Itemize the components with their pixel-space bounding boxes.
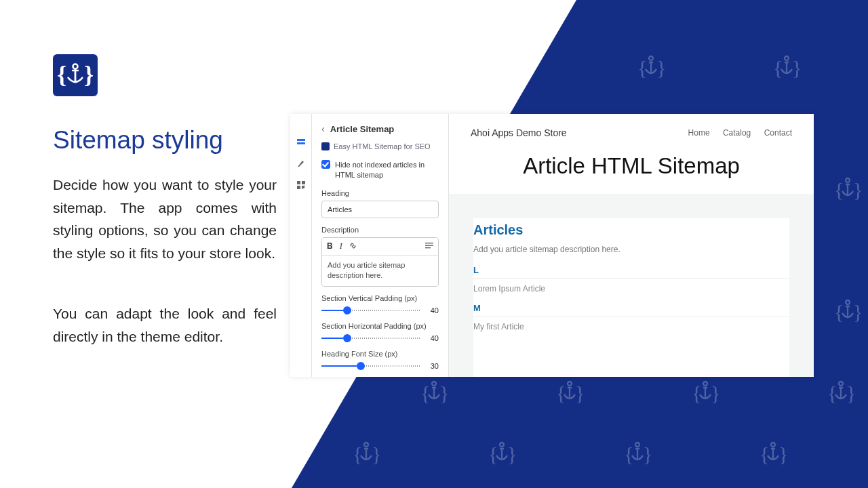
- marketing-paragraph-1: Decide how you want to style your sitema…: [53, 174, 277, 264]
- pattern-icon: [420, 380, 448, 409]
- pattern-icon: [488, 441, 515, 470]
- svg-point-5: [73, 64, 78, 69]
- nav-contact[interactable]: Contact: [764, 128, 792, 138]
- page-title: Sitemap styling: [53, 126, 277, 155]
- divider: [473, 316, 789, 317]
- pattern-icon: [353, 441, 380, 470]
- hfs-slider[interactable]: 30: [321, 361, 439, 371]
- pattern-icon: [624, 441, 651, 470]
- article-link[interactable]: Lorem Ipsum Article: [473, 284, 789, 293]
- back-chevron-icon[interactable]: ‹: [321, 123, 325, 134]
- app-mockup: ‹ Article Sitemap Easy HTML Sitemap for …: [290, 114, 814, 377]
- preview-page-title: Article HTML Sitemap: [449, 149, 814, 194]
- app-name-label: Easy HTML Sitemap for SEO: [334, 142, 431, 150]
- article-link[interactable]: My first Article: [473, 322, 789, 331]
- svg-text:{: {: [57, 61, 66, 88]
- svp-label: Section Vertical Padding (px): [321, 294, 439, 302]
- heading-label: Heading: [321, 189, 439, 197]
- description-body[interactable]: Add you article sitemap description here…: [322, 256, 438, 286]
- svg-text:}: }: [84, 61, 94, 88]
- apps-icon[interactable]: [296, 180, 306, 190]
- svg-rect-12: [297, 186, 300, 189]
- svp-value: 40: [424, 306, 439, 314]
- svg-rect-16: [425, 243, 433, 243]
- svg-rect-11: [302, 181, 305, 184]
- svg-rect-13: [302, 186, 304, 188]
- description-editor[interactable]: B I Add you article sitemap description …: [321, 237, 439, 287]
- live-preview: Ahoi Apps Demo Store Home Catalog Contac…: [449, 114, 814, 377]
- svg-rect-18: [425, 247, 431, 248]
- description-label: Description: [321, 226, 439, 234]
- svg-rect-8: [297, 139, 305, 141]
- marketing-paragraph-2: You can adapt the look and feel directly…: [53, 302, 277, 348]
- store-name: Ahoi Apps Demo Store: [471, 127, 567, 138]
- group-letter: M: [473, 303, 789, 313]
- pattern-icon: [834, 298, 861, 328]
- pattern-icon: [692, 380, 719, 409]
- store-header: Ahoi Apps Demo Store Home Catalog Contac…: [449, 114, 814, 149]
- hide-not-indexed-checkbox[interactable]: Hide not indexed articles in HTML sitema…: [321, 160, 439, 181]
- nav-catalog[interactable]: Catalog: [723, 128, 751, 138]
- group-letter: L: [473, 265, 789, 275]
- hfs-label: Heading Font Size (px): [321, 350, 439, 358]
- settings-sidebar: ‹ Article Sitemap Easy HTML Sitemap for …: [312, 114, 449, 377]
- bold-icon[interactable]: B: [327, 241, 333, 251]
- divider: [473, 278, 789, 279]
- pattern-icon: [773, 54, 800, 84]
- pattern-icon: [834, 176, 861, 206]
- pattern-icon: [760, 441, 787, 470]
- app-row[interactable]: Easy HTML Sitemap for SEO: [321, 142, 439, 150]
- hfs-value: 30: [424, 362, 439, 370]
- link-icon[interactable]: [349, 242, 357, 251]
- app-icon: [321, 142, 330, 150]
- sidebar-title: Article Sitemap: [330, 124, 395, 134]
- svg-rect-9: [297, 142, 305, 144]
- shp-label: Section Horizontal Padding (px): [321, 322, 439, 330]
- app-logo: { }: [53, 54, 98, 96]
- sections-icon[interactable]: [296, 137, 306, 146]
- svg-rect-15: [302, 186, 305, 186]
- pattern-icon: [827, 380, 854, 409]
- checkbox-icon: [321, 160, 330, 169]
- pattern-icon: [556, 380, 583, 409]
- nav-home[interactable]: Home: [688, 128, 710, 138]
- shp-slider[interactable]: 40: [321, 333, 439, 343]
- svp-slider[interactable]: 40: [321, 306, 439, 315]
- pattern-icon: [637, 54, 665, 84]
- articles-description: Add you article sitemap description here…: [473, 245, 789, 254]
- articles-heading: Articles: [473, 222, 789, 238]
- checkbox-label: Hide not indexed articles in HTML sitema…: [335, 160, 439, 181]
- theme-icon[interactable]: [296, 159, 306, 168]
- editor-icon-strip: [290, 114, 312, 377]
- svg-rect-10: [297, 181, 300, 184]
- italic-icon[interactable]: I: [340, 241, 342, 251]
- svg-rect-17: [425, 245, 433, 246]
- shp-value: 40: [424, 334, 439, 342]
- heading-input[interactable]: [321, 201, 439, 218]
- rte-more-icon[interactable]: [425, 242, 433, 250]
